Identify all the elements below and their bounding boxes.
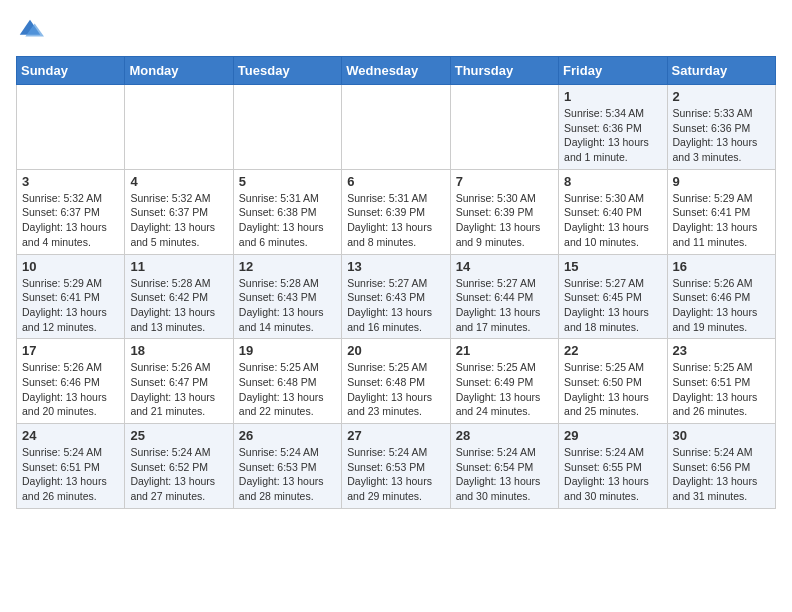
sunset-text: Sunset: 6:51 PM [673, 375, 770, 390]
calendar-cell: 8Sunrise: 5:30 AMSunset: 6:40 PMDaylight… [559, 169, 667, 254]
day-number: 21 [456, 343, 553, 358]
sunset-text: Sunset: 6:44 PM [456, 290, 553, 305]
sunrise-text: Sunrise: 5:24 AM [22, 445, 119, 460]
sunrise-text: Sunrise: 5:26 AM [22, 360, 119, 375]
calendar-cell: 16Sunrise: 5:26 AMSunset: 6:46 PMDayligh… [667, 254, 775, 339]
daylight-text: Daylight: 13 hours and 11 minutes. [673, 220, 770, 249]
sunset-text: Sunset: 6:36 PM [564, 121, 661, 136]
sunset-text: Sunset: 6:47 PM [130, 375, 227, 390]
cell-content: Sunrise: 5:34 AMSunset: 6:36 PMDaylight:… [564, 106, 661, 165]
calendar-cell: 5Sunrise: 5:31 AMSunset: 6:38 PMDaylight… [233, 169, 341, 254]
day-number: 30 [673, 428, 770, 443]
week-row-4: 17Sunrise: 5:26 AMSunset: 6:46 PMDayligh… [17, 339, 776, 424]
day-number: 22 [564, 343, 661, 358]
calendar-cell: 4Sunrise: 5:32 AMSunset: 6:37 PMDaylight… [125, 169, 233, 254]
calendar-cell: 11Sunrise: 5:28 AMSunset: 6:42 PMDayligh… [125, 254, 233, 339]
sunrise-text: Sunrise: 5:32 AM [130, 191, 227, 206]
sunset-text: Sunset: 6:48 PM [347, 375, 444, 390]
sunset-text: Sunset: 6:48 PM [239, 375, 336, 390]
sunrise-text: Sunrise: 5:34 AM [564, 106, 661, 121]
cell-content: Sunrise: 5:24 AMSunset: 6:53 PMDaylight:… [239, 445, 336, 504]
sunrise-text: Sunrise: 5:25 AM [456, 360, 553, 375]
sunrise-text: Sunrise: 5:26 AM [130, 360, 227, 375]
calendar-cell: 19Sunrise: 5:25 AMSunset: 6:48 PMDayligh… [233, 339, 341, 424]
calendar-cell: 10Sunrise: 5:29 AMSunset: 6:41 PMDayligh… [17, 254, 125, 339]
sunset-text: Sunset: 6:53 PM [347, 460, 444, 475]
day-number: 4 [130, 174, 227, 189]
sunrise-text: Sunrise: 5:28 AM [239, 276, 336, 291]
day-header-friday: Friday [559, 57, 667, 85]
calendar-cell: 1Sunrise: 5:34 AMSunset: 6:36 PMDaylight… [559, 85, 667, 170]
sunset-text: Sunset: 6:42 PM [130, 290, 227, 305]
sunrise-text: Sunrise: 5:25 AM [673, 360, 770, 375]
sunrise-text: Sunrise: 5:31 AM [347, 191, 444, 206]
cell-content: Sunrise: 5:26 AMSunset: 6:46 PMDaylight:… [673, 276, 770, 335]
sunset-text: Sunset: 6:52 PM [130, 460, 227, 475]
calendar-cell: 23Sunrise: 5:25 AMSunset: 6:51 PMDayligh… [667, 339, 775, 424]
day-header-tuesday: Tuesday [233, 57, 341, 85]
daylight-text: Daylight: 13 hours and 4 minutes. [22, 220, 119, 249]
sunrise-text: Sunrise: 5:24 AM [456, 445, 553, 460]
daylight-text: Daylight: 13 hours and 3 minutes. [673, 135, 770, 164]
cell-content: Sunrise: 5:29 AMSunset: 6:41 PMDaylight:… [22, 276, 119, 335]
day-number: 15 [564, 259, 661, 274]
sunrise-text: Sunrise: 5:24 AM [347, 445, 444, 460]
day-number: 5 [239, 174, 336, 189]
day-number: 13 [347, 259, 444, 274]
daylight-text: Daylight: 13 hours and 30 minutes. [456, 474, 553, 503]
cell-content: Sunrise: 5:27 AMSunset: 6:45 PMDaylight:… [564, 276, 661, 335]
cell-content: Sunrise: 5:31 AMSunset: 6:39 PMDaylight:… [347, 191, 444, 250]
daylight-text: Daylight: 13 hours and 10 minutes. [564, 220, 661, 249]
logo [16, 16, 48, 44]
daylight-text: Daylight: 13 hours and 1 minute. [564, 135, 661, 164]
calendar-cell: 15Sunrise: 5:27 AMSunset: 6:45 PMDayligh… [559, 254, 667, 339]
cell-content: Sunrise: 5:24 AMSunset: 6:55 PMDaylight:… [564, 445, 661, 504]
calendar-cell: 27Sunrise: 5:24 AMSunset: 6:53 PMDayligh… [342, 424, 450, 509]
day-header-sunday: Sunday [17, 57, 125, 85]
daylight-text: Daylight: 13 hours and 31 minutes. [673, 474, 770, 503]
cell-content: Sunrise: 5:24 AMSunset: 6:56 PMDaylight:… [673, 445, 770, 504]
sunrise-text: Sunrise: 5:31 AM [239, 191, 336, 206]
sunrise-text: Sunrise: 5:27 AM [564, 276, 661, 291]
day-header-saturday: Saturday [667, 57, 775, 85]
cell-content: Sunrise: 5:31 AMSunset: 6:38 PMDaylight:… [239, 191, 336, 250]
daylight-text: Daylight: 13 hours and 23 minutes. [347, 390, 444, 419]
sunset-text: Sunset: 6:49 PM [456, 375, 553, 390]
days-header-row: SundayMondayTuesdayWednesdayThursdayFrid… [17, 57, 776, 85]
day-number: 11 [130, 259, 227, 274]
daylight-text: Daylight: 13 hours and 9 minutes. [456, 220, 553, 249]
daylight-text: Daylight: 13 hours and 17 minutes. [456, 305, 553, 334]
week-row-5: 24Sunrise: 5:24 AMSunset: 6:51 PMDayligh… [17, 424, 776, 509]
cell-content: Sunrise: 5:30 AMSunset: 6:40 PMDaylight:… [564, 191, 661, 250]
sunset-text: Sunset: 6:46 PM [673, 290, 770, 305]
cell-content: Sunrise: 5:24 AMSunset: 6:51 PMDaylight:… [22, 445, 119, 504]
calendar-cell: 2Sunrise: 5:33 AMSunset: 6:36 PMDaylight… [667, 85, 775, 170]
daylight-text: Daylight: 13 hours and 22 minutes. [239, 390, 336, 419]
cell-content: Sunrise: 5:27 AMSunset: 6:43 PMDaylight:… [347, 276, 444, 335]
sunrise-text: Sunrise: 5:25 AM [564, 360, 661, 375]
daylight-text: Daylight: 13 hours and 5 minutes. [130, 220, 227, 249]
cell-content: Sunrise: 5:25 AMSunset: 6:49 PMDaylight:… [456, 360, 553, 419]
sunrise-text: Sunrise: 5:24 AM [130, 445, 227, 460]
day-number: 26 [239, 428, 336, 443]
day-header-thursday: Thursday [450, 57, 558, 85]
daylight-text: Daylight: 13 hours and 27 minutes. [130, 474, 227, 503]
sunset-text: Sunset: 6:43 PM [239, 290, 336, 305]
cell-content: Sunrise: 5:25 AMSunset: 6:48 PMDaylight:… [347, 360, 444, 419]
cell-content: Sunrise: 5:33 AMSunset: 6:36 PMDaylight:… [673, 106, 770, 165]
sunrise-text: Sunrise: 5:24 AM [673, 445, 770, 460]
calendar-cell [450, 85, 558, 170]
day-number: 9 [673, 174, 770, 189]
day-number: 29 [564, 428, 661, 443]
sunrise-text: Sunrise: 5:25 AM [347, 360, 444, 375]
sunset-text: Sunset: 6:37 PM [22, 205, 119, 220]
sunset-text: Sunset: 6:53 PM [239, 460, 336, 475]
calendar-cell: 17Sunrise: 5:26 AMSunset: 6:46 PMDayligh… [17, 339, 125, 424]
cell-content: Sunrise: 5:29 AMSunset: 6:41 PMDaylight:… [673, 191, 770, 250]
calendar-cell: 13Sunrise: 5:27 AMSunset: 6:43 PMDayligh… [342, 254, 450, 339]
sunset-text: Sunset: 6:54 PM [456, 460, 553, 475]
sunset-text: Sunset: 6:45 PM [564, 290, 661, 305]
cell-content: Sunrise: 5:26 AMSunset: 6:46 PMDaylight:… [22, 360, 119, 419]
cell-content: Sunrise: 5:27 AMSunset: 6:44 PMDaylight:… [456, 276, 553, 335]
daylight-text: Daylight: 13 hours and 26 minutes. [22, 474, 119, 503]
